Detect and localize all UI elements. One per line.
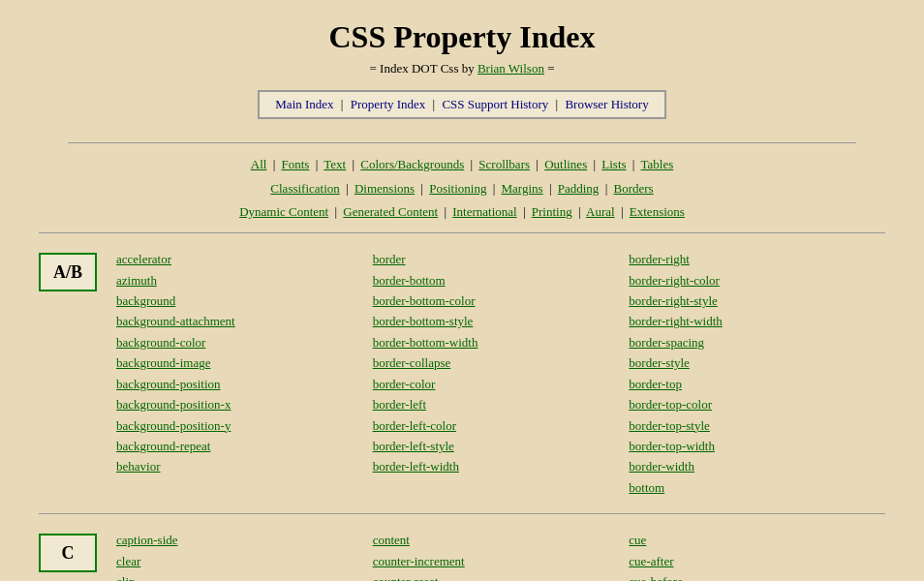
page-subtitle: = Index DOT Css by Brian Wilson = bbox=[10, 61, 914, 76]
nav-box: Main Index | Property Index | CSS Suppor… bbox=[258, 90, 665, 119]
page-title: CSS Property Index bbox=[10, 19, 914, 55]
nav-sep-2: | bbox=[433, 97, 436, 111]
cat-colors-backgrounds[interactable]: Colors/Backgrounds bbox=[360, 157, 464, 171]
section-label-c: C bbox=[39, 534, 97, 572]
prop-content[interactable]: content bbox=[373, 530, 620, 550]
props-c-col2: content counter-increment counter-reset bbox=[373, 530, 630, 581]
divider-ab-top bbox=[39, 232, 885, 233]
prop-border-left-color[interactable]: border-left-color bbox=[373, 415, 620, 436]
prop-border-top-style[interactable]: border-top-style bbox=[629, 415, 876, 436]
cat-printing[interactable]: Printing bbox=[532, 204, 572, 219]
prop-border-top-color[interactable]: border-top-color bbox=[629, 394, 876, 414]
category-nav: All | Fonts | Text | Colors/Backgrounds … bbox=[10, 153, 914, 225]
props-ab-col3: border-right border-right-color border-r… bbox=[629, 249, 885, 498]
prop-border[interactable]: border bbox=[373, 249, 620, 269]
prop-background-color[interactable]: background-color bbox=[116, 332, 363, 352]
prop-border-bottom-width[interactable]: border-bottom-width bbox=[373, 332, 620, 352]
prop-background-position-x[interactable]: background-position-x bbox=[116, 394, 363, 414]
prop-background-position[interactable]: background-position bbox=[116, 374, 363, 394]
cat-positioning[interactable]: Positioning bbox=[429, 181, 486, 196]
cat-padding[interactable]: Padding bbox=[558, 181, 600, 196]
prop-background-image[interactable]: background-image bbox=[116, 352, 363, 373]
nav-property-index[interactable]: Property Index bbox=[351, 97, 426, 111]
cat-dimensions[interactable]: Dimensions bbox=[354, 181, 415, 196]
props-ab: accelerator azimuth background backgroun… bbox=[116, 249, 885, 498]
nav-css-support[interactable]: CSS Support History bbox=[442, 97, 548, 111]
divider-c-top bbox=[39, 513, 885, 514]
props-ab-col1: accelerator azimuth background backgroun… bbox=[116, 249, 373, 498]
cat-aural[interactable]: Aural bbox=[586, 204, 615, 219]
prop-border-right-width[interactable]: border-right-width bbox=[629, 311, 876, 331]
cat-margins[interactable]: Margins bbox=[502, 181, 543, 196]
cat-lists[interactable]: Lists bbox=[601, 157, 626, 171]
cat-extensions[interactable]: Extensions bbox=[630, 204, 685, 219]
prop-border-left-style[interactable]: border-left-style bbox=[373, 436, 620, 456]
prop-border-color[interactable]: border-color bbox=[373, 374, 620, 394]
author-link[interactable]: Brian Wilson bbox=[477, 61, 544, 76]
nav-sep-3: | bbox=[556, 97, 559, 111]
prop-caption-side[interactable]: caption-side bbox=[116, 530, 363, 550]
prop-border-right-color[interactable]: border-right-color bbox=[629, 270, 876, 290]
prop-border-style[interactable]: border-style bbox=[629, 352, 876, 373]
cat-outlines[interactable]: Outlines bbox=[544, 157, 587, 171]
content-area: A/B accelerator azimuth background backg… bbox=[39, 232, 885, 581]
subtitle-prefix: = Index DOT Css by bbox=[370, 61, 477, 76]
prop-counter-reset[interactable]: counter-reset bbox=[373, 571, 620, 581]
prop-border-top-width[interactable]: border-top-width bbox=[629, 436, 876, 456]
section-c: C caption-side clear clip color content … bbox=[39, 520, 885, 581]
cat-scrollbars[interactable]: Scrollbars bbox=[478, 157, 530, 171]
props-c: caption-side clear clip color content co… bbox=[116, 530, 885, 581]
props-ab-col2: border border-bottom border-bottom-color… bbox=[373, 249, 630, 498]
prop-background-position-y[interactable]: background-position-y bbox=[116, 415, 363, 436]
prop-cue[interactable]: cue bbox=[629, 530, 876, 550]
prop-border-spacing[interactable]: border-spacing bbox=[629, 332, 876, 352]
props-c-col3: cue cue-after cue-before cursor bbox=[629, 530, 885, 581]
cat-text[interactable]: Text bbox=[323, 157, 346, 171]
subtitle-suffix: = bbox=[544, 61, 555, 76]
prop-counter-increment[interactable]: counter-increment bbox=[373, 551, 620, 571]
prop-azimuth[interactable]: azimuth bbox=[116, 270, 363, 290]
cat-generated-content[interactable]: Generated Content bbox=[343, 204, 438, 219]
cat-tables[interactable]: Tables bbox=[640, 157, 673, 171]
prop-border-left-width[interactable]: border-left-width bbox=[373, 456, 620, 476]
prop-border-bottom[interactable]: border-bottom bbox=[373, 270, 620, 290]
prop-border-bottom-style[interactable]: border-bottom-style bbox=[373, 311, 620, 331]
prop-clear[interactable]: clear bbox=[116, 551, 363, 571]
prop-cue-before[interactable]: cue-before bbox=[629, 571, 876, 581]
prop-border-width[interactable]: border-width bbox=[629, 456, 876, 476]
nav-browser-history[interactable]: Browser History bbox=[565, 97, 648, 111]
prop-behavior[interactable]: behavior bbox=[116, 456, 363, 476]
nav-sep-1: | bbox=[341, 97, 344, 111]
cat-dynamic-content[interactable]: Dynamic Content bbox=[239, 204, 328, 219]
prop-accelerator[interactable]: accelerator bbox=[116, 249, 363, 269]
prop-border-right[interactable]: border-right bbox=[629, 249, 876, 269]
section-label-ab: A/B bbox=[39, 253, 97, 291]
cat-all[interactable]: All bbox=[251, 157, 267, 171]
cat-international[interactable]: International bbox=[452, 204, 516, 219]
prop-border-top[interactable]: border-top bbox=[629, 374, 876, 394]
prop-border-left[interactable]: border-left bbox=[373, 394, 620, 414]
prop-background-repeat[interactable]: background-repeat bbox=[116, 436, 363, 456]
prop-bottom[interactable]: bottom bbox=[629, 477, 876, 498]
nav-main-index[interactable]: Main Index bbox=[275, 97, 333, 111]
prop-background[interactable]: background bbox=[116, 290, 363, 311]
cat-fonts[interactable]: Fonts bbox=[282, 157, 310, 171]
cat-borders[interactable]: Borders bbox=[613, 181, 653, 196]
section-ab: A/B accelerator azimuth background backg… bbox=[39, 239, 885, 507]
prop-cue-after[interactable]: cue-after bbox=[629, 551, 876, 571]
prop-background-attachment[interactable]: background-attachment bbox=[116, 311, 363, 331]
divider-1 bbox=[68, 142, 856, 143]
cat-classification[interactable]: Classification bbox=[270, 181, 340, 196]
props-c-col1: caption-side clear clip color bbox=[116, 530, 373, 581]
prop-border-collapse[interactable]: border-collapse bbox=[373, 352, 620, 373]
prop-border-right-style[interactable]: border-right-style bbox=[629, 290, 876, 311]
prop-border-bottom-color[interactable]: border-bottom-color bbox=[373, 290, 620, 311]
prop-clip[interactable]: clip bbox=[116, 571, 363, 581]
